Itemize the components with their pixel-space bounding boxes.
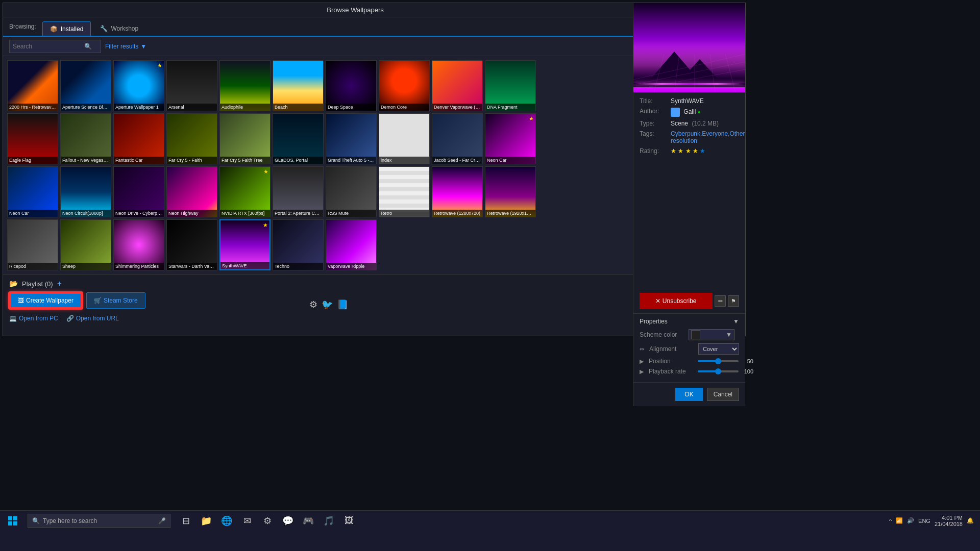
alignment-dropdown[interactable]: Cover <box>698 343 739 355</box>
create-label: Create Wallpaper <box>26 297 74 304</box>
create-wallpaper-button[interactable]: 🖼 Create Wallpaper <box>9 292 82 309</box>
properties-collapse-icon[interactable]: ▼ <box>733 318 739 325</box>
wallpaper-item-w19[interactable]: Jacob Seed - Far Cry 5 <box>432 113 483 164</box>
open-url-button[interactable]: 🔗 Open from URL <box>66 312 119 325</box>
playback-label: Playback rate <box>649 368 695 375</box>
wallpaper-item-w22[interactable]: Neon Circuit[1080p] <box>60 166 111 217</box>
grid-overlay <box>633 3 745 92</box>
wallpaper-item-w23[interactable]: Neon Drive - Cyberpunk <box>113 166 164 217</box>
wallpaper-label: Portal 2: Aperture Computer Terminal <box>273 210 323 217</box>
wallpaper-item-w06[interactable]: Beach <box>273 60 324 111</box>
ok-button[interactable]: OK <box>675 388 702 401</box>
wallpaper-item-w13[interactable]: Fantastic Car <box>113 113 164 164</box>
wallpaper-item-w36[interactable]: Techno <box>273 219 324 270</box>
wallpaper-engine-icon[interactable]: 🖼 <box>340 512 358 530</box>
discord-icon[interactable]: 💬 <box>279 512 297 530</box>
star-5[interactable]: ★ <box>700 147 705 155</box>
chrome-icon[interactable]: 🌐 <box>217 512 236 530</box>
taskbar-search[interactable]: 🔍 Type here to search 🎤 <box>28 514 170 528</box>
wallpaper-label: 2200 Hrs - Retrowave Vaporwave Loop <box>8 104 58 111</box>
edit-icon[interactable]: ✏ <box>715 295 726 307</box>
volume-icon[interactable]: 🔊 <box>907 517 914 524</box>
wallpaper-item-w34[interactable]: StarWars - Darth Vader [2560x1600] <box>166 219 217 270</box>
search-box[interactable]: 🔍 <box>9 40 101 53</box>
wallpaper-item-w11[interactable]: Eagle Flag <box>7 113 58 164</box>
playback-slider[interactable] <box>698 370 739 372</box>
wallpaper-item-w01[interactable]: 2200 Hrs - Retrowave Vaporwave Loop <box>7 60 58 111</box>
open-pc-button[interactable]: 💻 Open from PC <box>9 312 58 325</box>
wallpaper-item-w21[interactable]: Neon Car <box>7 166 58 217</box>
scheme-color-dropdown[interactable]: ▼ <box>689 329 734 340</box>
star-4[interactable]: ★ <box>693 147 698 155</box>
star-2[interactable]: ★ <box>678 147 683 155</box>
wallpaper-label: Beach <box>273 104 323 111</box>
wallpaper-item-w12[interactable]: Fallout - New Vegas - NCR Veteran Ranger… <box>60 113 111 164</box>
spotify-icon[interactable]: 🎵 <box>320 512 338 530</box>
steam-store-button[interactable]: 🛒 Steam Store <box>86 292 145 309</box>
wallpaper-item-w37[interactable]: Vaporwave Ripple <box>326 219 377 270</box>
star-3[interactable]: ★ <box>685 147 691 155</box>
wallpaper-item-w31[interactable]: Ricepod <box>7 219 58 270</box>
wallpaper-item-w02[interactable]: Aperture Science BlueScreen <box>60 60 111 111</box>
file-explorer-icon[interactable]: 📁 <box>197 512 215 530</box>
wallpaper-item-w27[interactable]: RSS Mute <box>326 166 377 217</box>
starred-icon: ★ <box>157 62 162 69</box>
wallpaper-item-w10[interactable]: DNA Fragment <box>485 60 536 111</box>
position-label: Position <box>649 358 695 365</box>
alignment-row: ⇔ Alignment Cover <box>640 343 739 355</box>
notification-icon[interactable]: 🔔 <box>967 517 974 524</box>
steam-label: Steam Store <box>104 297 138 304</box>
wallpaper-item-w28[interactable]: Retro <box>379 166 430 217</box>
wallpaper-item-w16[interactable]: GLaDOS, Portal <box>273 113 324 164</box>
workshop-icon: 🔧 <box>100 25 108 32</box>
wallpaper-item-w24[interactable]: Neon Highway <box>166 166 217 217</box>
tab-workshop[interactable]: 🔧 Workshop <box>93 21 145 36</box>
playlist-add-button[interactable]: + <box>57 279 62 288</box>
wallpaper-item-w14[interactable]: Far Cry 5 - Faith <box>166 113 217 164</box>
type-text: Scene <box>671 120 688 127</box>
wallpaper-item-w29[interactable]: Retrowave (1280x720) <box>432 166 483 217</box>
unsubscribe-button[interactable]: ✕ Unsubscribe <box>640 293 713 309</box>
taskbar-app-icons: ⊟ 📁 🌐 ✉ ⚙ 💬 🎮 🎵 🖼 <box>177 512 358 530</box>
wallpaper-item-w17[interactable]: Grand Theft Auto 5 - Rainy Composition <box>326 113 377 164</box>
wallpaper-label: Fantastic Car <box>114 157 164 164</box>
wallpaper-item-w09[interactable]: Denver Vaporwave (no music) <box>432 60 483 111</box>
filter-icon: ▼ <box>140 43 146 50</box>
wallpaper-item-w20[interactable]: Neon Car★ <box>485 113 536 164</box>
wallpaper-item-w05[interactable]: Audiophile <box>219 60 271 111</box>
wallpaper-item-w03[interactable]: Aperture Wallpaper 1★ <box>113 60 164 111</box>
flag-icon[interactable]: ⚑ <box>728 295 739 307</box>
taskbar-time: 4:01 PM 21/04/2018 <box>935 515 963 527</box>
playback-value: 100 <box>741 368 753 374</box>
wallpaper-item-w26[interactable]: Portal 2: Aperture Computer Terminal <box>273 166 324 217</box>
mail-icon[interactable]: ✉ <box>238 512 256 530</box>
start-button[interactable] <box>0 511 26 531</box>
steam-taskbar-icon[interactable]: ⚙ <box>258 512 277 530</box>
task-view-button[interactable]: ⊟ <box>177 512 195 530</box>
steam-social-icon[interactable]: ⚙ <box>309 299 317 310</box>
wallpaper-item-w08[interactable]: Demon Core <box>379 60 430 111</box>
wallpaper-item-w18[interactable]: index <box>379 113 430 164</box>
wallpaper-item-w15[interactable]: Far Cry 5 Faith Tree <box>219 113 271 164</box>
wallpaper-label: Fallout - New Vegas - NCR Veteran Ranger… <box>61 157 111 164</box>
origin-icon[interactable]: 🎮 <box>299 512 317 530</box>
wallpaper-item-w04[interactable]: Arsenal <box>166 60 217 111</box>
position-slider[interactable] <box>698 360 739 362</box>
tab-installed[interactable]: 📦 Installed <box>42 21 91 36</box>
network-icon[interactable]: 📶 <box>896 517 903 524</box>
cancel-button[interactable]: Cancel <box>707 388 739 401</box>
facebook-icon[interactable]: 📘 <box>337 299 348 310</box>
window-title: Browse Wallpapers <box>7 6 703 14</box>
wallpaper-item-w35[interactable]: SynthWAVE★ <box>219 219 271 270</box>
cortana-voice-icon[interactable]: 🎤 <box>158 517 166 524</box>
wallpaper-item-w25[interactable]: NVIDIA RTX [360fps]★ <box>219 166 271 217</box>
wallpaper-item-w32[interactable]: Sheep <box>60 219 111 270</box>
star-1[interactable]: ★ <box>671 147 676 155</box>
search-input[interactable] <box>13 43 84 50</box>
wallpaper-item-w33[interactable]: Shimmering Particles <box>113 219 164 270</box>
twitter-icon[interactable]: 🐦 <box>322 299 333 310</box>
chevron-icon[interactable]: ^ <box>889 518 892 524</box>
wallpaper-item-w30[interactable]: Retrowave (980x551) <box>485 166 536 217</box>
wallpaper-item-w07[interactable]: Deep Space <box>326 60 377 111</box>
filter-button[interactable]: Filter results ▼ <box>105 43 146 50</box>
